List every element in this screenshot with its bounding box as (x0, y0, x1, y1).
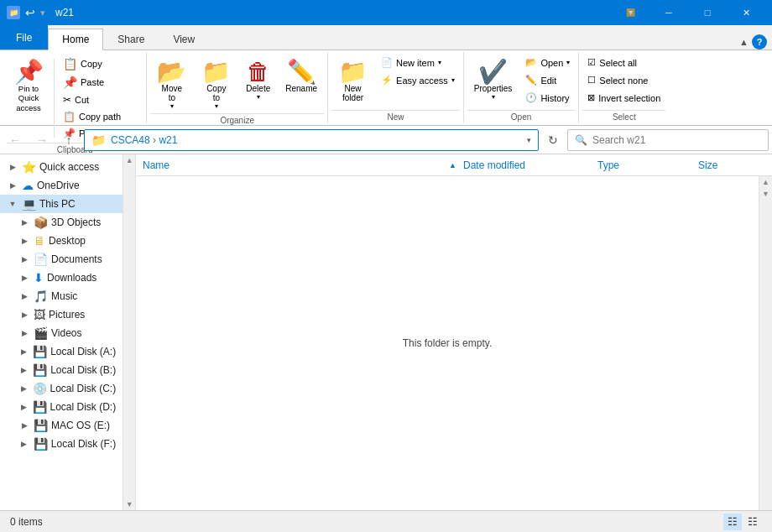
pin-icon: 📌 (14, 60, 44, 84)
sidebar-scroll-up[interactable]: ▲ (124, 154, 135, 166)
move-to-button[interactable]: 📂 Move to ▾ (150, 55, 193, 112)
sidebar-item-videos[interactable]: ▶ 🎬 Videos (0, 324, 123, 342)
sidebar-item-local-disk-c[interactable]: ▶ 💿 Local Disk (C:) (0, 379, 123, 398)
select-buttons: ☑ Select all ☐ Select none ⊠ Invert sele… (582, 52, 665, 108)
move-label: Move to (162, 84, 182, 102)
open-button[interactable]: 📂 Open ▾ (520, 55, 575, 70)
select-none-button[interactable]: ☐ Select none (582, 73, 665, 87)
col-date-header[interactable]: Date modified (463, 159, 597, 171)
onedrive-label: OneDrive (37, 180, 80, 191)
edit-button[interactable]: ✏️ Edit (520, 73, 575, 87)
invert-selection-button[interactable]: ⊠ Invert selection (582, 91, 665, 105)
col-name-header[interactable]: Name (143, 159, 449, 171)
expander-downloads: ▶ (18, 274, 30, 282)
copy-path-label: Copy path (79, 112, 121, 122)
sidebar-item-local-disk-a[interactable]: ▶ 💾 Local Disk (A:) (0, 342, 123, 361)
onedrive-icon: ☁ (22, 179, 34, 192)
new-item-dropdown-icon: ▾ (438, 59, 441, 66)
paste-button[interactable]: 📌 Paste (58, 74, 143, 91)
minimize-button[interactable]: ─ (649, 0, 688, 25)
filelist-scroll-down[interactable]: ▼ (759, 188, 772, 200)
copy-button[interactable]: 📋 Copy (58, 55, 143, 72)
copy-path-button[interactable]: 📋 Copy path (58, 109, 143, 124)
sidebar-item-local-disk-b[interactable]: ▶ 💾 Local Disk (B:) (0, 361, 123, 379)
refresh-button[interactable]: ↻ (542, 129, 564, 151)
select-none-icon: ☐ (587, 75, 596, 86)
3d-objects-label: 3D Objects (51, 216, 101, 228)
sort-indicator: ▲ (449, 161, 456, 170)
up-button[interactable]: ↑ (57, 128, 81, 152)
search-input[interactable] (592, 134, 761, 146)
ribbon-group-select: ☑ Select all ☐ Select none ⊠ Invert sele… (579, 52, 669, 123)
breadcrumb-w21[interactable]: w21 (159, 134, 177, 146)
forward-button[interactable]: → (30, 128, 54, 152)
sidebar-item-onedrive[interactable]: ▶ ☁ OneDrive (0, 176, 123, 195)
desktop-label: Desktop (49, 235, 86, 247)
maximize-button[interactable]: □ (688, 0, 727, 25)
filelist-scroll-up[interactable]: ▲ (759, 176, 772, 188)
pin-to-quick-access-button[interactable]: 📌 Pin to Quick access (7, 55, 50, 114)
sidebar-item-quick-access[interactable]: ▶ ⭐ Quick access (0, 158, 123, 176)
properties-button[interactable]: ✔️ Properties ▾ (467, 55, 519, 102)
sidebar-scroll-down[interactable]: ▼ (124, 498, 135, 510)
sidebar-container: ▶ ⭐ Quick access ▶ ☁ OneDrive ▼ 💻 This P… (0, 154, 136, 510)
properties-dropdown-icon: ▾ (492, 93, 495, 101)
sidebar-item-documents[interactable]: ▶ 📄 Documents (0, 250, 123, 269)
easy-access-icon: ⚡ (381, 75, 393, 86)
sidebar-item-music[interactable]: ▶ 🎵 Music (0, 287, 123, 305)
sidebar-item-this-pc[interactable]: ▼ 💻 This PC (0, 195, 123, 213)
nav-up-button[interactable]: 🔽 (611, 0, 649, 25)
quick-access-toolbar-icon1[interactable]: 📁 (7, 6, 20, 19)
sidebar-item-pictures[interactable]: ▶ 🖼 Pictures (0, 305, 123, 324)
sidebar-item-local-disk-d[interactable]: ▶ 💾 Local Disk (D:) (0, 398, 123, 416)
tab-view[interactable]: View (159, 28, 209, 50)
large-icons-view-button[interactable]: ☷ (743, 514, 762, 530)
tab-share[interactable]: Share (103, 28, 159, 50)
paste-icon: 📌 (63, 76, 77, 89)
sidebar-item-mac-os[interactable]: ▶ 💾 MAC OS (E:) (0, 416, 123, 435)
desktop-icon: 🖥 (34, 234, 45, 248)
expander-music: ▶ (18, 292, 30, 300)
col-size-header[interactable]: Size (698, 159, 765, 171)
cut-button[interactable]: ✂ Cut (58, 92, 143, 107)
sidebar-item-desktop[interactable]: ▶ 🖥 Desktop (0, 232, 123, 250)
rename-button[interactable]: ✏️ Rename (279, 55, 324, 95)
expander-disk-a: ▶ (18, 347, 29, 356)
ribbon-collapse-btn[interactable]: ▲ (739, 37, 749, 47)
sidebar-item-3d-objects[interactable]: ▶ 📦 3D Objects (0, 213, 123, 232)
copy-to-button[interactable]: 📁 Copy to ▾ (195, 55, 237, 112)
documents-icon: 📄 (34, 253, 48, 266)
file-list-scrollbar[interactable]: ▲ ▼ (759, 176, 772, 510)
history-label: History (540, 93, 569, 103)
expander-desktop: ▶ (18, 237, 30, 245)
address-dropdown-btn[interactable]: ▾ (527, 136, 531, 144)
search-box[interactable]: 🔍 (567, 129, 769, 151)
sidebar-item-downloads[interactable]: ▶ ⬇ Downloads (0, 269, 123, 287)
breadcrumb-csca48[interactable]: CSCA48 (111, 134, 150, 146)
quick-access-toolbar-icon2[interactable]: ↩ (23, 6, 37, 19)
address-box[interactable]: 📁 CSCA48 › w21 ▾ (84, 129, 539, 151)
easy-access-button[interactable]: ⚡ Easy access ▾ (376, 73, 460, 87)
help-btn[interactable]: ? (752, 34, 767, 50)
close-button[interactable]: ✕ (727, 0, 765, 25)
expander-disk-f: ▶ (18, 440, 30, 448)
new-folder-button[interactable]: 📁 New folder (331, 55, 374, 104)
sidebar-item-local-disk-f[interactable]: ▶ 💾 Local Disk (F:) (0, 435, 123, 453)
select-all-button[interactable]: ☑ Select all (582, 55, 665, 70)
details-view-button[interactable]: ☷ (723, 514, 742, 530)
delete-button[interactable]: 🗑 Delete ▾ (239, 55, 277, 102)
mac-icon: 💾 (34, 419, 48, 432)
col-type-header[interactable]: Type (597, 159, 698, 171)
tab-file[interactable]: File (0, 24, 48, 50)
expander-onedrive: ▶ (7, 181, 18, 190)
edit-icon: ✏️ (525, 75, 537, 86)
history-button[interactable]: 🕐 History (520, 91, 575, 105)
delete-label: Delete (246, 84, 270, 93)
new-item-button[interactable]: 📄 New item ▾ (376, 55, 460, 70)
tab-home[interactable]: Home (48, 29, 103, 50)
quick-access-dropdown[interactable]: ▾ (40, 8, 45, 18)
select-stack: ☑ Select all ☐ Select none ⊠ Invert sele… (582, 55, 665, 105)
column-headers: Name ▲ Date modified Type Size (136, 154, 772, 176)
expander-disk-d: ▶ (18, 403, 29, 411)
back-button[interactable]: ← (3, 128, 27, 152)
